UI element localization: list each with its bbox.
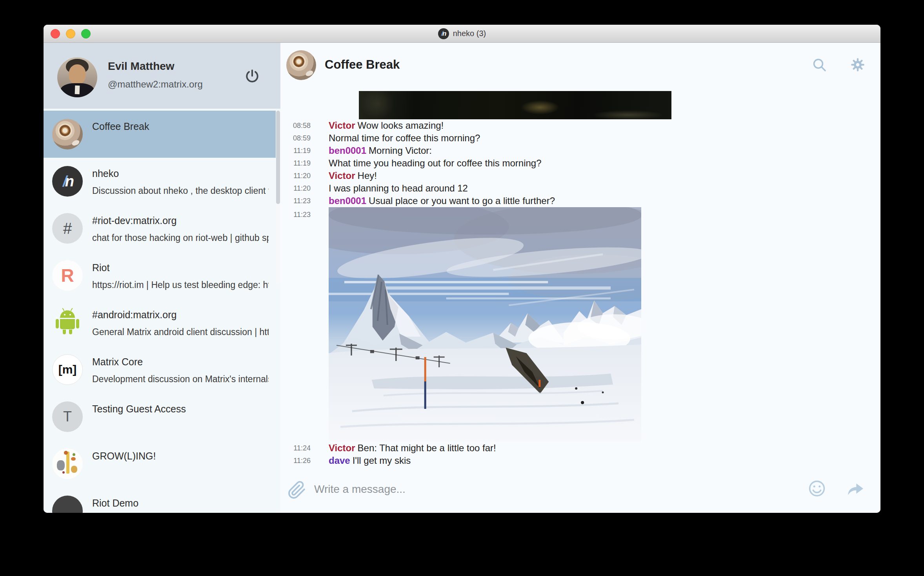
message-text: Usual place or you want to go a little f… xyxy=(369,195,555,206)
room-item-testing-guest-access[interactable]: T Testing Guest Access xyxy=(44,393,280,440)
message-time: 11:23 xyxy=(280,207,311,442)
message-row: 08:59 Normal time for coffee this mornin… xyxy=(280,132,880,144)
room-desc: chat for those hacking on riot-web | git… xyxy=(92,233,269,243)
room-desc: General Matrix android client discussion… xyxy=(92,327,269,337)
chat-room-avatar[interactable] xyxy=(286,50,316,80)
message-sender: Victor xyxy=(329,443,355,453)
message-composer xyxy=(280,467,880,513)
room-avatar-coffee xyxy=(52,119,83,149)
window-title: nheko (3) xyxy=(453,29,486,38)
room-name: #riot-dev:matrix.org xyxy=(92,215,265,226)
chat-area: Coffee Break xyxy=(280,43,880,513)
emoji-smiley-icon[interactable] xyxy=(808,479,826,498)
send-arrow-icon[interactable] xyxy=(846,479,865,498)
message-row: 11:23 ben0001Usual place or you want to … xyxy=(280,195,880,207)
message-time: 11:19 xyxy=(280,157,311,170)
message-image-mountain[interactable] xyxy=(329,207,641,442)
message-sender: dave xyxy=(329,455,350,466)
message-row: 11:24 VictorBen: That might be a little … xyxy=(280,442,880,454)
room-avatar-nheko: /n xyxy=(52,166,83,197)
message-time: 11:26 xyxy=(280,454,311,467)
message-text: Ben: That might be a little too far! xyxy=(358,443,496,453)
room-avatar-riot-demo: RIOT xyxy=(52,496,83,513)
room-name: Riot Demo xyxy=(92,498,265,509)
message-time: 08:58 xyxy=(280,119,311,132)
message-sender: ben0001 xyxy=(329,195,366,206)
room-name: #android:matrix.org xyxy=(92,309,265,321)
zoom-button[interactable] xyxy=(81,29,91,38)
room-list: Coffee Break /n nheko Discussion about n… xyxy=(44,109,280,513)
message-time: 11:20 xyxy=(280,170,311,182)
room-item-riot-demo[interactable]: RIOT Riot Demo xyxy=(44,487,280,513)
room-avatar-matrix: [m] xyxy=(52,354,83,385)
chat-room-title: Coffee Break xyxy=(325,58,400,72)
profile-area: Evil Matthew @matthew2:matrix.org xyxy=(44,43,280,109)
room-avatar-riot: R xyxy=(52,260,83,291)
message-text: Wow looks amazing! xyxy=(358,120,444,131)
room-desc: https://riot.im | Help us test bleeding … xyxy=(92,280,269,290)
room-settings-gear-icon[interactable] xyxy=(850,57,866,73)
message-sender: ben0001 xyxy=(329,145,366,156)
minimize-button[interactable] xyxy=(66,29,75,38)
message-time xyxy=(280,91,311,119)
message-row: 11:26 daveI'll get my skis xyxy=(280,454,880,467)
message-image-dark[interactable] xyxy=(359,91,671,119)
room-name: Riot xyxy=(92,262,265,273)
profile-user-id: @matthew2:matrix.org xyxy=(108,79,203,90)
room-name: nheko xyxy=(92,168,265,179)
profile-name: Evil Matthew xyxy=(108,60,175,73)
sidebar-scrollbar-track[interactable] xyxy=(276,111,280,283)
sidebar-scrollbar-thumb[interactable] xyxy=(276,111,280,204)
message-timeline: 08:58 VictorWow looks amazing! 08:59 Nor… xyxy=(280,88,880,467)
room-name: GROW(L)ING! xyxy=(92,450,265,462)
message-row xyxy=(280,91,880,119)
room-avatar-android xyxy=(52,307,83,338)
room-desc: Development discussion on Matrix's inter… xyxy=(92,374,269,385)
search-icon[interactable] xyxy=(811,57,827,73)
room-item-matrix-core[interactable]: [m] Matrix Core Development discussion o… xyxy=(44,346,280,393)
message-input[interactable] xyxy=(314,478,800,500)
room-item-riot[interactable]: R Riot https://riot.im | Help us test bl… xyxy=(44,252,280,299)
room-name: Coffee Break xyxy=(92,121,265,132)
message-row: 11:19 What time you heading out for coff… xyxy=(280,157,880,170)
message-text: I was planning to head around 12 xyxy=(329,183,468,193)
close-button[interactable] xyxy=(51,29,60,38)
attach-paperclip-icon[interactable] xyxy=(287,481,306,499)
room-item-coffee-break[interactable]: Coffee Break xyxy=(44,111,280,158)
message-text: What time you heading out for coffee thi… xyxy=(329,158,542,168)
message-row: 11:20 I was planning to head around 12 xyxy=(280,182,880,195)
message-sender: Victor xyxy=(329,120,355,131)
room-avatar-growl xyxy=(52,448,83,479)
titlebar[interactable]: /n nheko (3) xyxy=(44,25,880,43)
message-text: I'll get my skis xyxy=(353,455,411,466)
message-sender: Victor xyxy=(329,170,355,181)
message-row: 11:23 xyxy=(280,207,880,442)
room-name: Matrix Core xyxy=(92,356,265,368)
message-time: 11:19 xyxy=(280,144,311,157)
room-item-growling[interactable]: GROW(L)ING! xyxy=(44,440,280,487)
room-item-android[interactable]: #android:matrix.org General Matrix andro… xyxy=(44,299,280,346)
message-row: 11:19 ben0001Morning Victor: xyxy=(280,144,880,157)
user-avatar[interactable] xyxy=(57,57,97,97)
room-name: Testing Guest Access xyxy=(92,403,265,415)
nheko-window: /n nheko (3) Evil Matthew @matthew2:matr… xyxy=(44,25,880,513)
message-time: 11:20 xyxy=(280,182,311,195)
chat-header: Coffee Break xyxy=(280,43,880,88)
room-item-nheko[interactable]: /n nheko Discussion about nheko , the de… xyxy=(44,158,280,205)
message-text: Normal time for coffee this morning? xyxy=(329,133,480,143)
room-avatar-hash: # xyxy=(52,213,83,244)
logout-power-icon[interactable] xyxy=(244,69,260,84)
message-row: 08:58 VictorWow looks amazing! xyxy=(280,119,880,132)
message-row: 11:20 VictorHey! xyxy=(280,170,880,182)
sidebar: Evil Matthew @matthew2:matrix.org Coffee… xyxy=(44,43,280,513)
nheko-logo-icon: /n xyxy=(438,28,449,39)
message-time: 11:23 xyxy=(280,195,311,207)
message-text: Morning Victor: xyxy=(369,145,432,156)
room-desc: Discussion about nheko , the desktop cli… xyxy=(92,186,269,196)
room-avatar-letter-t: T xyxy=(52,401,83,432)
message-time: 08:59 xyxy=(280,132,311,144)
room-item-riot-dev[interactable]: # #riot-dev:matrix.org chat for those ha… xyxy=(44,205,280,252)
message-time: 11:24 xyxy=(280,442,311,454)
message-text: Hey! xyxy=(358,170,377,181)
